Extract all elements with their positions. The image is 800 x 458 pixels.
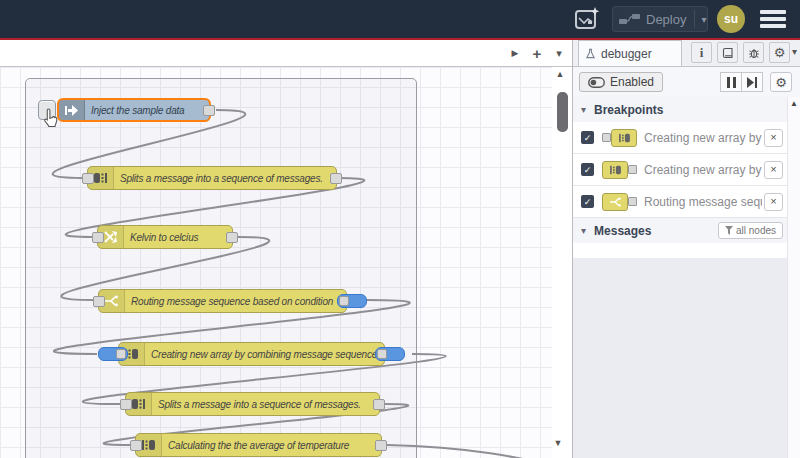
node-label: Creating new array by combining message … bbox=[145, 349, 383, 360]
deploy-label: Deploy bbox=[646, 12, 686, 27]
collapse-chevron-down-icon[interactable]: ▾ bbox=[581, 225, 586, 236]
input-port[interactable] bbox=[82, 173, 94, 184]
node-join[interactable]: Calculating the the average of temperatu… bbox=[135, 433, 382, 457]
inject-arrow-icon bbox=[59, 100, 85, 120]
deploy-nodes-icon bbox=[619, 13, 641, 25]
tab-debugger[interactable]: debugger bbox=[578, 40, 682, 66]
remove-breakpoint-close-icon[interactable]: × bbox=[764, 161, 783, 179]
breakpoint-output-port[interactable] bbox=[375, 347, 405, 361]
output-port[interactable] bbox=[203, 105, 215, 116]
flask-icon bbox=[585, 48, 596, 60]
collapse-chevron-down-icon[interactable]: ▾ bbox=[581, 104, 586, 115]
main-menu-hamburger-icon[interactable] bbox=[760, 10, 786, 28]
breakpoint-row: ✓ Creating new array by combining messag… bbox=[573, 122, 787, 154]
breakpoint-checkbox[interactable]: ✓ bbox=[581, 195, 594, 208]
user-avatar[interactable]: su bbox=[717, 5, 745, 33]
debugger-toolbar: Enabled ⚙ bbox=[573, 67, 800, 98]
toggle-icon bbox=[588, 77, 605, 88]
input-port[interactable] bbox=[130, 440, 142, 451]
filter-label: all nodes bbox=[736, 225, 776, 236]
pause-icon bbox=[727, 77, 736, 88]
filter-funnel-icon bbox=[725, 226, 733, 235]
info-icon[interactable]: i bbox=[691, 42, 712, 63]
deploy-chevron-down-icon[interactable]: ▾ bbox=[701, 14, 706, 25]
input-port[interactable] bbox=[120, 399, 132, 410]
join-icon bbox=[602, 129, 637, 147]
node-label: Splits a message into a sequence of mess… bbox=[114, 173, 329, 184]
node-join[interactable]: Creating new array by combining message … bbox=[118, 342, 385, 366]
assistant-flow-sparkle-icon[interactable] bbox=[572, 5, 602, 33]
node-switch[interactable]: Routing message sequence based on condit… bbox=[98, 289, 347, 313]
node-label: Routing message sequence based on condit… bbox=[125, 296, 339, 307]
breakpoint-row: ✓ Routing message sequence based on cond… bbox=[573, 186, 787, 218]
flow-list-chevron-down-icon[interactable]: ▾ bbox=[550, 40, 568, 66]
enabled-label: Enabled bbox=[610, 75, 654, 89]
add-flow-button[interactable]: + bbox=[528, 40, 546, 66]
message-list-empty-area bbox=[573, 258, 787, 458]
flow-canvas[interactable]: Inject the sample data Splits a message … bbox=[0, 67, 572, 458]
breakpoint-label: Creating new array by combining message … bbox=[644, 163, 762, 177]
sidebar-tab-bar: debugger i ⚙ ▾ bbox=[573, 40, 800, 67]
breakpoint-input-port[interactable] bbox=[98, 347, 128, 361]
message-list-header-row bbox=[573, 243, 787, 259]
scroll-up-icon[interactable]: ▲ bbox=[551, 69, 569, 79]
node-split[interactable]: Splits a message into a sequence of mess… bbox=[87, 166, 337, 190]
tab-debugger-label: debugger bbox=[601, 47, 652, 61]
header-bar: Deploy ▾ su bbox=[0, 0, 800, 40]
node-inject[interactable]: Inject the sample data bbox=[57, 98, 211, 122]
pause-button[interactable] bbox=[720, 72, 742, 92]
node-label: Kelvin to celcius bbox=[124, 232, 204, 243]
sidebar-menu-chevron-down-icon[interactable]: ▾ bbox=[792, 46, 797, 57]
breakpoints-section-header[interactable]: ▾ Breakpoints bbox=[573, 97, 800, 123]
message-filter-button[interactable]: all nodes bbox=[718, 222, 783, 239]
breakpoint-label: Creating new array by combining message … bbox=[644, 131, 762, 145]
node-split[interactable]: Splits a message into a sequence of mess… bbox=[125, 392, 380, 416]
output-port[interactable] bbox=[373, 399, 385, 410]
remove-breakpoint-close-icon[interactable]: × bbox=[764, 129, 783, 147]
scroll-down-icon[interactable]: ▼ bbox=[549, 438, 567, 448]
output-port[interactable] bbox=[375, 440, 387, 451]
input-port[interactable] bbox=[92, 232, 104, 243]
debugger-settings-gear-icon[interactable]: ⚙ bbox=[770, 72, 792, 92]
scroll-up-icon[interactable]: ▲ bbox=[788, 99, 800, 108]
join-icon bbox=[602, 161, 637, 179]
debugger-enabled-toggle[interactable]: Enabled bbox=[579, 72, 663, 92]
node-label: Inject the sample data bbox=[85, 105, 190, 116]
step-forward-icon bbox=[747, 77, 757, 88]
right-sidebar: debugger i ⚙ ▾ Enabled bbox=[572, 40, 800, 458]
inject-trigger-button[interactable] bbox=[38, 100, 56, 120]
gear-icon[interactable]: ⚙ bbox=[769, 42, 790, 63]
input-port[interactable] bbox=[93, 296, 105, 307]
canvas-scrollbar-thumb[interactable] bbox=[557, 92, 568, 132]
node-red-editor: Deploy ▾ su ▶ + ▾ bbox=[0, 0, 800, 458]
deploy-button[interactable]: Deploy ▾ bbox=[612, 6, 708, 32]
remove-breakpoint-close-icon[interactable]: × bbox=[764, 193, 783, 211]
breakpoint-checkbox[interactable]: ✓ bbox=[581, 131, 594, 144]
sidebar-scrollbar-track[interactable] bbox=[787, 97, 800, 458]
scroll-tabs-right-icon[interactable]: ▶ bbox=[506, 40, 524, 66]
breakpoint-output-port[interactable] bbox=[337, 294, 367, 308]
output-port[interactable] bbox=[330, 173, 342, 184]
node-label: Splits a message into a sequence of mess… bbox=[152, 399, 367, 410]
output-port[interactable] bbox=[226, 232, 238, 243]
messages-section-header[interactable]: ▾ Messages all nodes bbox=[573, 218, 800, 244]
deploy-separator bbox=[694, 10, 695, 28]
node-label: Calculating the the average of temperatu… bbox=[162, 440, 355, 451]
breakpoint-label: Routing message sequence based on condit… bbox=[644, 195, 762, 209]
breakpoints-title: Breakpoints bbox=[594, 103, 663, 117]
messages-title: Messages bbox=[594, 224, 651, 238]
bug-icon[interactable] bbox=[743, 42, 764, 63]
wire[interactable] bbox=[387, 445, 566, 458]
breakpoint-row: ✓ Creating new array by combining messag… bbox=[573, 154, 787, 186]
book-icon[interactable] bbox=[717, 42, 738, 63]
step-forward-button[interactable] bbox=[741, 72, 763, 92]
breakpoint-checkbox[interactable]: ✓ bbox=[581, 163, 594, 176]
node-change[interactable]: Kelvin to celcius bbox=[97, 225, 233, 249]
switch-fork-icon bbox=[602, 193, 637, 211]
flow-tab-strip: ▶ + ▾ bbox=[0, 40, 572, 67]
